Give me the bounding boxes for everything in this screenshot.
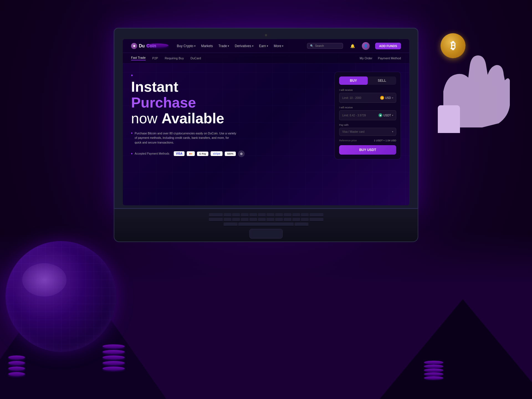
- more-arrow: ▾: [282, 45, 283, 47]
- coins-stack-right: [424, 361, 443, 380]
- payment-logos: VISA ●● G Pay stripe SEPA ⊕: [174, 150, 245, 157]
- key-row-3: [126, 222, 406, 226]
- receive-input-usdt[interactable]: Limit: 8.42 - 3.9739 ◈ USDT ▾: [339, 110, 396, 120]
- trade-tabs: BUY SELL: [339, 76, 396, 85]
- search-box[interactable]: 🔍 Search: [307, 43, 343, 49]
- navbar: ◈ DuCoin Buy Crypto ▾ Markets Trade ▾ De…: [123, 39, 409, 53]
- usd-icon: $: [380, 96, 384, 100]
- laptop-keyboard: [114, 209, 418, 242]
- bitcoin-coin-decoration: ₿: [441, 33, 466, 58]
- receive-label-2: I will receive: [339, 106, 396, 109]
- hero-description-text: Purchase Bitcoin and over 80 cryptocurre…: [135, 131, 236, 145]
- bell-icon: 🔔: [350, 44, 355, 48]
- stripe-logo: stripe: [211, 151, 222, 156]
- usd-label: USD: [385, 96, 391, 99]
- key-row-1: [126, 213, 406, 217]
- add-funds-button[interactable]: ADD FUNDS: [375, 43, 401, 49]
- pay-with-label: Pay with: [339, 124, 396, 126]
- payment-bullet: [131, 153, 132, 154]
- usdt-icon: ◈: [378, 113, 382, 117]
- laptop-camera: [265, 34, 267, 36]
- sub-navbar: Fast Trade P2P Requiring Buy DuCard My O…: [123, 53, 409, 63]
- subnav-payment-method[interactable]: Payment Method: [378, 57, 401, 60]
- hero-now: now: [131, 110, 162, 126]
- laptop-screen: ◈ DuCoin Buy Crypto ▾ Markets Trade ▾ De…: [123, 39, 409, 205]
- hand-svg: [427, 50, 510, 133]
- subnav-requiring-buy[interactable]: Requiring Buy: [165, 57, 184, 60]
- coins-stack-left: [103, 344, 125, 371]
- hero-bullet-2: [131, 132, 132, 134]
- hero-bullet-1: [131, 75, 133, 76]
- hero-line3: now Available: [131, 111, 323, 126]
- trade-arrow: ▾: [228, 45, 229, 47]
- buy-usdt-button[interactable]: BUY USDT: [339, 145, 396, 155]
- payment-label: Accepted Payment Methods: [135, 152, 169, 155]
- hero-line1: Instant: [131, 79, 323, 95]
- reference-price-row: Reference price 1 USDT ≈ 1.04 USD: [339, 139, 396, 142]
- receive-input-usd[interactable]: Limit: 10 - 2000 $ USD ▾: [339, 93, 396, 103]
- derivatives-arrow: ▾: [252, 45, 254, 47]
- logo-du: Du: [139, 44, 145, 48]
- search-placeholder: Search: [315, 44, 324, 47]
- key-tab: [209, 213, 223, 217]
- logo-coin: Coin: [146, 44, 168, 47]
- earn-arrow: ▾: [267, 45, 268, 47]
- hero-available: Available: [162, 110, 224, 126]
- laptop: ◈ DuCoin Buy Crypto ▾ Markets Trade ▾ De…: [114, 28, 418, 242]
- keyboard-keys-area: [114, 209, 418, 229]
- hand-bitcoin-decoration: ₿: [413, 0, 510, 111]
- sepa-logo: SEPA: [225, 152, 236, 156]
- usd-currency-select[interactable]: $ USD ▾: [380, 96, 393, 100]
- logo[interactable]: ◈ DuCoin: [131, 43, 168, 49]
- buy-crypto-arrow: ▾: [194, 45, 196, 47]
- touchpad: [249, 229, 283, 239]
- search-icon: 🔍: [310, 44, 313, 47]
- usd-dropdown-arrow: ▾: [392, 97, 393, 99]
- visa-logo: VISA: [174, 151, 185, 156]
- hero-section: Instant Purchase now Available Purchase …: [131, 72, 323, 159]
- usdt-currency-select[interactable]: ◈ USDT ▾: [378, 113, 393, 117]
- sell-tab[interactable]: SELL: [368, 76, 396, 85]
- pay-with-placeholder: Visa / Master card: [342, 130, 392, 133]
- subnav-ducard[interactable]: DuCard: [190, 57, 201, 60]
- receive-placeholder-2: Limit: 8.42 - 3.9739: [342, 114, 378, 117]
- ref-price-label: Reference price: [339, 139, 357, 142]
- receive-label-1: I will receive: [339, 89, 396, 91]
- nav-derivatives[interactable]: Derivatives ▾: [235, 44, 253, 48]
- laptop-screen-bezel: ◈ DuCoin Buy Crypto ▾ Markets Trade ▾ De…: [114, 28, 418, 209]
- receive-placeholder-1: Limit: 10 - 2000: [342, 96, 380, 99]
- usdt-dropdown-arrow: ▾: [392, 114, 393, 117]
- pay-with-select[interactable]: Visa / Master card ▾: [339, 128, 396, 136]
- svg-rect-0: [438, 105, 460, 133]
- pay-with-arrow: ▾: [392, 131, 393, 133]
- nav-earn[interactable]: Earn ▾: [259, 44, 268, 48]
- main-content: Instant Purchase now Available Purchase …: [123, 63, 409, 165]
- nav-buy-crypto[interactable]: Buy Crypto ▾: [177, 44, 195, 48]
- hero-line2: Purchase: [131, 95, 323, 111]
- gpay-logo: G Pay: [197, 152, 209, 156]
- nav-trade[interactable]: Trade ▾: [218, 44, 229, 48]
- buy-tab[interactable]: BUY: [339, 76, 368, 85]
- subnav-p2p[interactable]: P2P: [152, 57, 158, 60]
- logo-icon: ◈: [131, 43, 137, 49]
- hero-description-block: Purchase Bitcoin and over 80 cryptocurre…: [131, 131, 236, 145]
- trade-widget: BUY SELL I will receive Limit: 10 - 2000…: [334, 72, 401, 159]
- crypto-pay-logo: ⊕: [238, 150, 245, 157]
- mastercard-logo: ●●: [187, 151, 195, 156]
- subnav-fast-trade[interactable]: Fast Trade: [131, 56, 146, 60]
- user-avatar[interactable]: 👤: [362, 42, 370, 50]
- bell-button[interactable]: 🔔: [349, 42, 356, 50]
- payment-methods-section: Accepted Payment Methods VISA ●● G Pay s…: [131, 150, 323, 157]
- nav-markets[interactable]: Markets: [201, 44, 213, 48]
- hero-title: Instant Purchase now Available: [131, 79, 323, 127]
- subnav-my-order[interactable]: My Order: [360, 57, 372, 60]
- avatar-icon: 👤: [364, 44, 368, 48]
- usdt-label: USDT: [383, 114, 391, 117]
- key-row-2: [126, 218, 406, 222]
- ref-price-value: 1 USDT ≈ 1.04 USD: [374, 139, 396, 142]
- coins-stack-far-left: [8, 355, 25, 377]
- nav-more[interactable]: More ▾: [274, 44, 283, 48]
